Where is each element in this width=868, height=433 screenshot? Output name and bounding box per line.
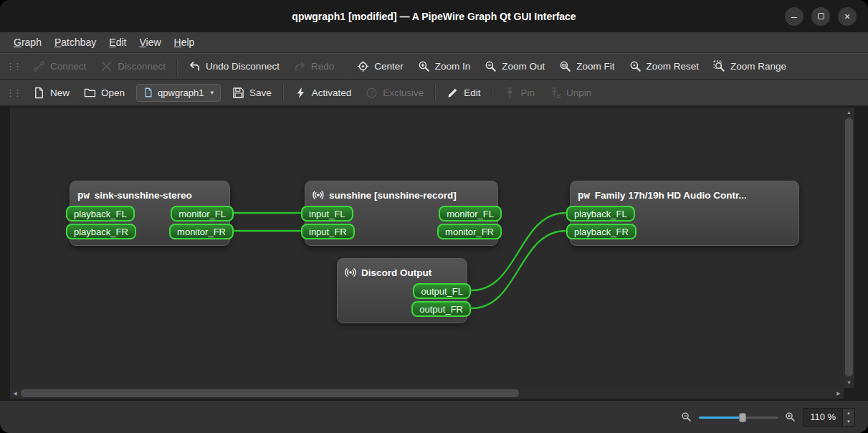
node-family-hd-audio[interactable]: pw Family 17h/19h HD Audio Contr... play… [570,181,799,246]
horizontal-scrollbar[interactable]: ◀ ▶ [10,388,844,399]
zoom-in-label: Zoom In [435,61,471,72]
redo-button[interactable]: Redo [287,57,341,76]
save-icon [232,87,244,99]
edit-icon [447,87,459,99]
node-discord-output[interactable]: Discord Output output_FL output_FR [337,258,467,323]
zoom-reset-button[interactable]: Zoom Reset [622,57,707,76]
save-button[interactable]: Save [225,83,279,103]
redo-label: Redo [311,61,334,72]
pin-icon [504,87,516,99]
scroll-left-arrow[interactable]: ◀ [10,388,20,399]
spin-up-arrow[interactable]: ▲ [843,409,854,417]
exclusive-icon: f [366,87,378,99]
ports-row: playback_FL playback_FR monitor_FL monit… [70,204,229,245]
activated-label: Activated [312,87,352,98]
zoom-out-label: Zoom Out [502,61,545,72]
close-button[interactable]: × [838,7,857,26]
stream-icon [313,189,324,201]
port-playback-fr[interactable]: playback_FR [66,224,136,239]
toolbar-separator [492,85,493,100]
toolbar-separator [176,59,178,75]
zoom-out-mini-icon[interactable] [681,411,692,422]
disconnect-button[interactable]: Disconnect [93,57,173,76]
patchbay-file-combo[interactable]: qpwgraph1 ▾ [136,84,221,102]
menu-view[interactable]: View [133,32,167,52]
exclusive-button[interactable]: f Exclusive [358,83,431,103]
node-header: pw Family 17h/19h HD Audio Contr... [571,181,798,204]
menu-patchbay[interactable]: Patchbay [48,32,102,52]
pin-button[interactable]: Pin [497,83,543,103]
patchbay-file-value: qpwgraph1 [158,87,204,98]
connect-button[interactable]: Connect [26,57,93,76]
open-button[interactable]: Open [77,83,132,103]
zoom-out-button[interactable]: Zoom Out [477,57,552,76]
port-output-fl[interactable]: output_FL [413,283,471,299]
pin-label: Pin [521,87,535,98]
port-monitor-fr[interactable]: monitor_FR [169,224,234,239]
zoom-in-mini-icon[interactable] [785,411,796,422]
menubar: Graph Patchbay Edit View Help [0,32,868,53]
scroll-down-arrow[interactable]: ▼ [844,378,854,388]
zoom-reset-icon [629,60,642,72]
undo-icon [189,60,201,72]
toolbar-separator [282,85,284,100]
port-monitor-fl[interactable]: monitor_FL [439,206,502,222]
new-label: New [50,87,70,98]
menu-edit[interactable]: Edit [102,32,133,52]
connect-label: Connect [50,61,86,72]
open-label: Open [101,87,125,98]
port-playback-fl[interactable]: playback_FL [566,206,635,222]
menu-help[interactable]: Help [168,32,201,52]
chevron-down-icon: ▾ [210,89,214,96]
graph-canvas[interactable]: pw sink-sunshine-stereo playback_FL play… [10,108,844,388]
horizontal-scroll-thumb[interactable] [21,389,519,397]
port-playback-fl[interactable]: playback_FL [66,206,135,222]
center-button[interactable]: Center [350,57,411,76]
toolbar-grip[interactable]: ⋮⋮ [6,61,20,72]
wires-layer [10,108,844,388]
open-folder-icon [84,87,96,99]
zoom-in-button[interactable]: Zoom In [411,57,478,76]
scroll-right-arrow[interactable]: ▶ [834,388,844,399]
port-monitor-fr[interactable]: monitor_FR [437,224,502,239]
edit-button[interactable]: Edit [439,83,487,103]
scroll-up-arrow[interactable]: ▲ [844,108,854,118]
zoom-value[interactable]: 110 % [803,409,842,426]
titlebar[interactable]: qpwgraph1 [modified] — A PipeWire Graph … [0,0,868,32]
port-playback-fr[interactable]: playback_FR [566,224,636,239]
maximize-button[interactable] [811,7,830,26]
pipewire-icon: pw [77,190,90,200]
zoom-slider-fill [699,417,743,419]
undo-button[interactable]: Undo Disconnect [181,57,287,76]
zoom-range-button[interactable]: Zoom Range [706,57,793,76]
spin-down-arrow[interactable]: ▼ [843,417,854,426]
port-output-fr[interactable]: output_FR [411,301,471,317]
port-input-fr[interactable]: input_FR [301,224,355,239]
zoom-fit-button[interactable]: Zoom Fit [552,57,621,76]
port-input-fl[interactable]: input_FL [301,206,353,222]
minimize-button[interactable]: – [785,7,803,26]
new-button[interactable]: New [26,83,77,103]
port-monitor-fl[interactable]: monitor_FL [171,206,234,222]
statusbar: 110 % ▲ ▼ [0,400,868,433]
toolbar-grip[interactable]: ⋮⋮ [6,87,20,98]
vertical-scroll-thumb[interactable] [845,118,853,376]
window-controls: – × [785,0,857,32]
menu-graph[interactable]: Graph [7,32,48,52]
close-icon: × [844,11,850,22]
zoom-fit-label: Zoom Fit [576,61,614,72]
exclusive-label: Exclusive [383,87,424,98]
node-sunshine-record[interactable]: sunshine [sunshine-record] input_FL inpu… [305,181,498,246]
unpin-button[interactable]: Unpin [542,83,598,103]
unpin-icon [549,87,561,99]
zoom-slider[interactable] [699,411,778,423]
activated-button[interactable]: Activated [287,83,359,103]
vertical-scrollbar[interactable]: ▲ ▼ [844,108,854,388]
activated-icon [295,87,307,99]
zoom-spinbox[interactable]: 110 % ▲ ▼ [803,408,855,427]
node-title: Discord Output [361,267,431,278]
node-title: Family 17h/19h HD Audio Contr... [595,190,747,201]
node-header: pw sink-sunshine-stereo [70,181,229,204]
node-sink-sunshine-stereo[interactable]: pw sink-sunshine-stereo playback_FL play… [70,181,230,246]
zoom-slider-handle[interactable] [739,413,746,422]
